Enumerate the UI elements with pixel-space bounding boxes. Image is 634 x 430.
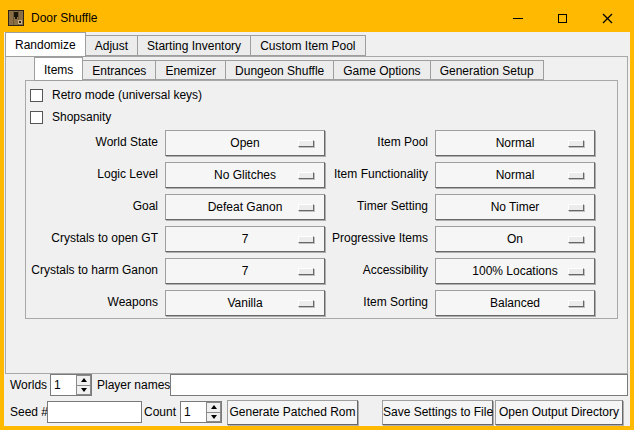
crystals-harm-ganon-label: Crystals to harm Ganon bbox=[26, 255, 165, 287]
arrow-up-icon bbox=[211, 405, 217, 409]
retro-mode-label: Retro mode (universal keys) bbox=[52, 88, 202, 102]
settings-grid: World State Open Item Pool Normal Logic … bbox=[26, 127, 595, 319]
shopsanity-checkbox-row[interactable]: Shopsanity bbox=[30, 108, 111, 126]
dropdown-indicator-icon bbox=[568, 140, 584, 147]
progressive-items-dropdown[interactable]: On bbox=[435, 226, 595, 252]
worlds-spin-down[interactable] bbox=[76, 385, 91, 396]
arrow-up-icon bbox=[81, 378, 87, 382]
dropdown-indicator-icon bbox=[568, 268, 584, 275]
item-functionality-label: Item Functionality bbox=[325, 159, 435, 191]
tab-generation-setup[interactable]: Generation Setup bbox=[430, 60, 544, 80]
generate-patched-rom-button[interactable]: Generate Patched Rom bbox=[227, 400, 358, 425]
goal-dropdown[interactable]: Defeat Ganon bbox=[165, 194, 325, 220]
tab-randomize[interactable]: Randomize bbox=[5, 32, 86, 57]
logic-level-label: Logic Level bbox=[26, 159, 165, 191]
progressive-items-label: Progressive Items bbox=[325, 223, 435, 255]
app-window: Door Shuffle Randomize Adjust Starting I… bbox=[0, 0, 634, 430]
item-sorting-value: Balanced bbox=[490, 296, 540, 310]
dropdown-indicator-icon bbox=[568, 300, 584, 307]
player-names-label: Player names bbox=[97, 374, 170, 396]
goal-label: Goal bbox=[26, 191, 165, 223]
tab-custom-item-pool[interactable]: Custom Item Pool bbox=[250, 35, 365, 56]
progressive-items-value: On bbox=[507, 232, 523, 246]
worlds-input[interactable] bbox=[51, 375, 76, 395]
crystals-open-gt-label: Crystals to open GT bbox=[26, 223, 165, 255]
item-functionality-dropdown[interactable]: Normal bbox=[435, 162, 595, 188]
worlds-spinner[interactable] bbox=[50, 374, 92, 396]
dropdown-indicator-icon bbox=[568, 172, 584, 179]
randomize-tab-panel: Items Entrances Enemizer Dungeon Shuffle… bbox=[5, 56, 628, 374]
dropdown-indicator-icon bbox=[298, 172, 314, 179]
arrow-down-icon bbox=[211, 415, 217, 419]
goal-value: Defeat Ganon bbox=[208, 200, 283, 214]
seed-label: Seed # bbox=[10, 401, 48, 423]
player-names-input[interactable] bbox=[170, 374, 628, 396]
titlebar[interactable]: Door Shuffle bbox=[4, 4, 630, 32]
dropdown-indicator-icon bbox=[568, 236, 584, 243]
open-output-directory-button[interactable]: Open Output Directory bbox=[495, 400, 623, 425]
tab-starting-inventory[interactable]: Starting Inventory bbox=[137, 35, 251, 56]
world-state-label: World State bbox=[26, 127, 165, 159]
outer-tab-bar: Randomize Adjust Starting Inventory Cust… bbox=[5, 32, 365, 56]
item-pool-value: Normal bbox=[496, 136, 535, 150]
timer-setting-dropdown[interactable]: No Timer bbox=[435, 194, 595, 220]
items-tab-panel: Retro mode (universal keys) Shopsanity W… bbox=[25, 80, 618, 319]
close-button[interactable] bbox=[585, 4, 630, 32]
dropdown-indicator-icon bbox=[568, 204, 584, 211]
count-spin-buttons bbox=[206, 402, 221, 422]
count-spinner[interactable] bbox=[180, 401, 222, 423]
maximize-button[interactable] bbox=[540, 4, 585, 32]
accessibility-label: Accessibility bbox=[325, 255, 435, 287]
item-sorting-dropdown[interactable]: Balanced bbox=[435, 290, 595, 316]
weapons-dropdown[interactable]: Vanilla bbox=[165, 290, 325, 316]
minimize-button[interactable] bbox=[495, 4, 540, 32]
retro-mode-checkbox[interactable] bbox=[30, 89, 43, 102]
minimize-icon bbox=[513, 18, 523, 19]
crystals-open-gt-dropdown[interactable]: 7 bbox=[165, 226, 325, 252]
worlds-spin-buttons bbox=[76, 375, 91, 395]
world-state-value: Open bbox=[230, 136, 259, 150]
tab-game-options[interactable]: Game Options bbox=[333, 60, 430, 80]
retro-mode-checkbox-row[interactable]: Retro mode (universal keys) bbox=[30, 86, 202, 104]
logic-level-value: No Glitches bbox=[214, 168, 276, 182]
tab-adjust[interactable]: Adjust bbox=[85, 35, 138, 56]
app-icon bbox=[8, 10, 24, 26]
weapons-label: Weapons bbox=[26, 287, 165, 319]
item-pool-label: Item Pool bbox=[325, 127, 435, 159]
shopsanity-label: Shopsanity bbox=[52, 110, 111, 124]
maximize-icon bbox=[558, 14, 567, 23]
world-state-dropdown[interactable]: Open bbox=[165, 130, 325, 156]
dropdown-indicator-icon bbox=[298, 300, 314, 307]
timer-setting-label: Timer Setting bbox=[325, 191, 435, 223]
accessibility-value: 100% Locations bbox=[472, 264, 557, 278]
inner-tab-bar: Items Entrances Enemizer Dungeon Shuffle… bbox=[34, 57, 543, 80]
item-pool-dropdown[interactable]: Normal bbox=[435, 130, 595, 156]
window-title: Door Shuffle bbox=[31, 11, 98, 25]
dropdown-indicator-icon bbox=[298, 268, 314, 275]
tab-entrances[interactable]: Entrances bbox=[82, 60, 156, 80]
close-icon bbox=[602, 13, 613, 24]
crystals-harm-ganon-dropdown[interactable]: 7 bbox=[165, 258, 325, 284]
count-input[interactable] bbox=[181, 402, 206, 422]
count-spin-down[interactable] bbox=[206, 412, 221, 423]
item-functionality-value: Normal bbox=[496, 168, 535, 182]
crystals-harm-ganon-value: 7 bbox=[242, 264, 249, 278]
crystals-open-gt-value: 7 bbox=[242, 232, 249, 246]
logic-level-dropdown[interactable]: No Glitches bbox=[165, 162, 325, 188]
dropdown-indicator-icon bbox=[298, 204, 314, 211]
save-settings-button[interactable]: Save Settings to File bbox=[382, 400, 493, 425]
count-label: Count bbox=[144, 401, 176, 423]
seed-input[interactable] bbox=[47, 401, 142, 423]
tab-dungeon-shuffle[interactable]: Dungeon Shuffle bbox=[225, 60, 334, 80]
arrow-down-icon bbox=[81, 388, 87, 392]
tab-items[interactable]: Items bbox=[34, 57, 83, 81]
window-controls bbox=[495, 4, 630, 32]
timer-setting-value: No Timer bbox=[491, 200, 540, 214]
dropdown-indicator-icon bbox=[298, 140, 314, 147]
tab-enemizer[interactable]: Enemizer bbox=[155, 60, 226, 80]
worlds-label: Worlds bbox=[10, 374, 47, 396]
accessibility-dropdown[interactable]: 100% Locations bbox=[435, 258, 595, 284]
weapons-value: Vanilla bbox=[227, 296, 262, 310]
item-sorting-label: Item Sorting bbox=[325, 287, 435, 319]
shopsanity-checkbox[interactable] bbox=[30, 111, 43, 124]
